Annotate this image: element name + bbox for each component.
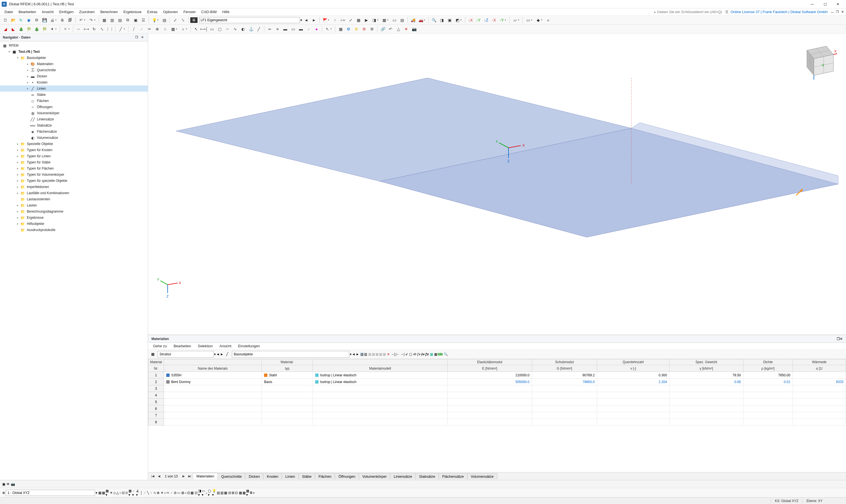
- tree-folder-ausdruckprotokolle[interactable]: 📁Ausdruckprotokolle: [0, 227, 148, 233]
- overflow-icon[interactable]: »: [544, 17, 552, 24]
- table-row[interactable]: 7: [148, 412, 846, 419]
- menu-zuordnen[interactable]: Zuordnen: [76, 9, 97, 15]
- offset-icon[interactable]: ⟐: [179, 25, 187, 33]
- col-e[interactable]: E [N/mm²]: [448, 365, 532, 372]
- model-icon[interactable]: ◉: [25, 17, 32, 24]
- filter-icon[interactable]: ▤: [398, 17, 406, 24]
- col-alpha[interactable]: α [1/: [793, 365, 846, 372]
- tool-a-icon[interactable]: ╱: [117, 25, 124, 33]
- tab-stäbe[interactable]: Stäbe: [299, 473, 315, 480]
- tree-item-stabsätze[interactable]: ══Stabsätze: [0, 122, 148, 128]
- grid-b-icon[interactable]: ▦: [242, 491, 246, 495]
- results-flag-icon[interactable]: 🚩: [321, 17, 328, 24]
- dropdown-icon[interactable]: ▾: [300, 18, 302, 22]
- dropdown-icon[interactable]: ▾: [136, 493, 138, 497]
- numbering-icon[interactable]: ⌗: [62, 25, 69, 33]
- col-g-top[interactable]: Schubmodul: [532, 359, 597, 365]
- page-icon[interactable]: ▢: [409, 352, 412, 356]
- import-right-icon[interactable]: →|: [400, 352, 404, 356]
- bp-menu-gehe-zu[interactable]: Gehe zu: [150, 343, 169, 349]
- tree-folder-typen-für-spezielle-objekte[interactable]: ▸📁Typen für spezielle Objekte: [0, 178, 148, 184]
- snap-5-icon[interactable]: ⊡: [122, 491, 125, 495]
- properties-icon[interactable]: ☰: [140, 17, 147, 24]
- coord-system-combo[interactable]: 1 - Global XYZ: [5, 490, 95, 496]
- table-row[interactable]: 3: [148, 385, 846, 392]
- tree-item-knoten[interactable]: ▸•Knoten: [0, 79, 148, 86]
- expand-icon[interactable]: ▸: [16, 216, 20, 220]
- ortho-5-icon[interactable]: ∿: [154, 491, 156, 495]
- col-e-top[interactable]: Elastizitätsmodul: [448, 359, 532, 365]
- tree-3-icon[interactable]: 🎄: [33, 25, 40, 33]
- expand-icon[interactable]: ▸: [26, 87, 30, 91]
- style-b-icon[interactable]: ◆: [535, 17, 542, 24]
- grid-d-icon[interactable]: ⵌ: [250, 491, 252, 495]
- arrow-up-icon[interactable]: ↑: [331, 17, 339, 24]
- axis-x-icon[interactable]: ↓X: [467, 17, 474, 24]
- collapse-icon[interactable]: ▾: [16, 56, 20, 60]
- tree-folder-ergebnisse[interactable]: ▸📁Ergebnisse: [0, 215, 148, 221]
- close-panel-icon[interactable]: ✕: [840, 337, 843, 341]
- cell-nu[interactable]: 0.300: [597, 372, 669, 379]
- cell-typ[interactable]: Stahl: [262, 372, 313, 379]
- expand-icon[interactable]: ▸: [16, 210, 20, 213]
- sb-j-icon[interactable]: ▦: [191, 491, 194, 495]
- tab-dicken[interactable]: Dicken: [245, 473, 264, 480]
- col-gamma[interactable]: γ [kN/m³]: [669, 365, 743, 372]
- axis-neg-x-icon[interactable]: -X: [490, 17, 498, 24]
- camera-icon[interactable]: 📷: [410, 25, 418, 33]
- expand-icon[interactable]: [26, 93, 30, 97]
- import-left-icon[interactable]: |←: [396, 352, 400, 356]
- dropdown-icon[interactable]: ▾: [377, 19, 380, 21]
- box-icon[interactable]: ▢: [216, 25, 223, 33]
- delete-icon[interactable]: ✕: [387, 352, 390, 356]
- last-page-icon[interactable]: ▶|: [187, 473, 193, 480]
- windows-icon[interactable]: ⧉: [124, 17, 131, 24]
- dimension-icon[interactable]: ⟷│: [200, 25, 208, 33]
- refresh-icon[interactable]: ↻: [17, 17, 24, 24]
- beam-a-icon[interactable]: ═: [266, 25, 273, 33]
- sb-o-icon[interactable]: ▢: [208, 489, 211, 493]
- navigator-icon[interactable]: ▦: [101, 17, 108, 24]
- expand-icon[interactable]: [26, 130, 30, 133]
- close-button[interactable]: ✕: [831, 0, 844, 8]
- table-row[interactable]: 2Bent DummyBasisIsotrop | Linear elastis…: [148, 379, 846, 385]
- expand-icon[interactable]: ▸: [16, 203, 20, 207]
- expand-icon[interactable]: ▸: [16, 185, 20, 189]
- beam-d-icon[interactable]: ▭: [289, 25, 297, 33]
- tables-icon[interactable]: ▥: [108, 17, 116, 24]
- sb-e-icon[interactable]: ⊘: [174, 491, 177, 495]
- sb-n-icon[interactable]: ⟂: [205, 491, 207, 495]
- minimize-button[interactable]: —: [806, 0, 818, 8]
- tab-flächen[interactable]: Flächen: [315, 473, 335, 480]
- tree-item-stäbe[interactable]: ═Stäbe: [0, 92, 148, 98]
- mdi-restore-icon[interactable]: ❐: [835, 10, 839, 14]
- sb-i-icon[interactable]: ⊡: [187, 491, 190, 495]
- panel-icon[interactable]: ▤: [116, 17, 124, 24]
- clip-b-icon[interactable]: ⊞: [232, 491, 234, 495]
- support-a-icon[interactable]: ◢: [2, 25, 9, 33]
- beam-c-icon[interactable]: ▬: [282, 25, 289, 33]
- open-file-icon[interactable]: 📂: [10, 17, 17, 24]
- truck-icon[interactable]: 🚚: [409, 17, 417, 24]
- cell-g[interactable]: 78800.0: [532, 379, 597, 385]
- 3d-viewport[interactable]: X Y Z X Y Z: [148, 34, 846, 335]
- dropdown-icon[interactable]: ▾: [212, 493, 214, 497]
- cell-typ[interactable]: Basis: [262, 379, 313, 385]
- col-name-spacer[interactable]: [164, 359, 262, 365]
- expand-icon[interactable]: [26, 124, 30, 127]
- fx-icon[interactable]: ƒx: [417, 352, 420, 356]
- sb-m-icon[interactable]: ▭: [202, 489, 205, 493]
- col-alpha-top[interactable]: Wärmede: [793, 359, 846, 365]
- cell-nr[interactable]: 6: [148, 406, 164, 412]
- license-status[interactable]: Online License 37 | Frank Faulstich | Dl…: [731, 10, 828, 14]
- col-nu[interactable]: ν [-]: [597, 365, 669, 372]
- expand-icon[interactable]: ▸: [16, 160, 20, 164]
- menu-bearbeiten[interactable]: Bearbeiten: [16, 9, 39, 15]
- table-row[interactable]: 8: [148, 419, 846, 426]
- overflow-icon[interactable]: »: [253, 491, 255, 495]
- cell-nu[interactable]: 2.204: [597, 379, 669, 385]
- cell-nr[interactable]: 3: [148, 385, 164, 392]
- expand-icon[interactable]: ▸: [26, 80, 30, 84]
- tree-item-flächensätze[interactable]: ◈Flächensätze: [0, 128, 148, 135]
- bp-menu-bearbeiten[interactable]: Bearbeiten: [171, 343, 194, 349]
